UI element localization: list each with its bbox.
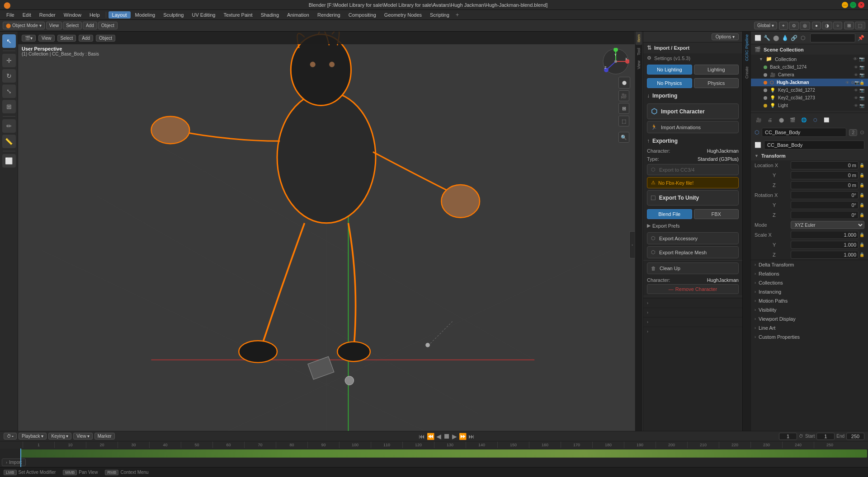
collection-item-light[interactable]: 💡 Light 👁 📷: [751, 102, 868, 109]
visibility-collapsible[interactable]: › Visibility: [751, 305, 868, 314]
light-eye-icon[interactable]: 👁: [854, 103, 858, 108]
material-parameters-row[interactable]: ›: [643, 308, 742, 317]
remove-character-btn[interactable]: — Remove Character: [647, 284, 739, 294]
measure-btn[interactable]: 📏: [2, 135, 16, 148]
collection-root-item[interactable]: ▼ 📁 Collection 👁 📷: [751, 55, 868, 63]
output-props-btn[interactable]: 🖨: [765, 115, 775, 125]
jump-end-btn[interactable]: ⏭: [468, 433, 475, 440]
collection-item-back[interactable]: Back_cc3iid_1274 👁 📷: [751, 63, 868, 71]
menu-tab-compositing[interactable]: Compositing: [345, 11, 380, 19]
location-y-input[interactable]: [791, 171, 859, 179]
physics-btn[interactable]: Physics: [694, 78, 739, 88]
props-search-input[interactable]: [810, 33, 855, 42]
collection-item-key1[interactable]: 💡 Key1_cc3iid_1272 👁 📷: [751, 86, 868, 94]
step-forward-btn[interactable]: ⏩: [459, 433, 467, 440]
jump-start-btn[interactable]: ⏮: [419, 433, 425, 440]
menu-window[interactable]: Window: [60, 11, 85, 19]
importing-header[interactable]: ↓ Importing: [643, 90, 742, 102]
collections-collapsible[interactable]: › Collections: [751, 278, 868, 287]
location-x-input[interactable]: [791, 161, 859, 169]
back-eye-icon[interactable]: 👁: [854, 65, 858, 70]
view-layer-btn[interactable]: ⬤: [776, 115, 786, 125]
tab-view[interactable]: View: [636, 58, 642, 72]
transform-tool-btn[interactable]: ⊞: [2, 100, 16, 113]
menu-tab-texture[interactable]: Texture Paint: [220, 11, 256, 19]
location-z-lock-icon[interactable]: 🔒: [859, 183, 864, 187]
scale-z-lock-icon[interactable]: 🔒: [859, 253, 864, 257]
close-button[interactable]: ✕: [858, 2, 864, 8]
playback-btn[interactable]: Playback▾: [19, 433, 47, 440]
scene-props-btn[interactable]: 🎬: [788, 115, 797, 125]
rotation-x-lock-icon[interactable]: 🔒: [859, 193, 864, 197]
options-button[interactable]: Options ▾: [712, 33, 739, 40]
add-workspace-button[interactable]: +: [456, 11, 459, 18]
minimize-button[interactable]: —: [842, 2, 848, 8]
tab-tool[interactable]: Tool: [636, 45, 642, 58]
viewport-add-menu[interactable]: Add: [79, 35, 93, 42]
modifier-properties-btn[interactable]: 🔧: [764, 33, 771, 43]
custom-properties-collapsible[interactable]: › Custom Properties: [751, 332, 868, 341]
view-overlay-btn[interactable]: ⊞: [618, 103, 629, 114]
toolbar-select-btn[interactable]: Select: [63, 22, 82, 29]
snap-btn[interactable]: ⌖: [779, 22, 788, 30]
view-xray-btn[interactable]: ⬚: [618, 116, 629, 126]
scale-y-input[interactable]: [791, 241, 859, 249]
menu-tab-scripting[interactable]: Scripting: [426, 11, 453, 19]
relations-collapsible[interactable]: › Relations: [751, 269, 868, 278]
stop-btn[interactable]: ⏹: [443, 432, 450, 440]
step-back-btn[interactable]: ⏪: [427, 433, 434, 440]
no-physics-btn[interactable]: No Physics: [647, 78, 692, 88]
rotation-z-lock-icon[interactable]: 🔒: [859, 213, 864, 217]
light-render-icon[interactable]: 📷: [859, 103, 864, 108]
menu-tab-rendering[interactable]: Rendering: [314, 11, 344, 19]
hugh-eye-icon[interactable]: 👁: [845, 80, 849, 85]
menu-tab-geometry-nodes[interactable]: Geometry Nodes: [381, 11, 425, 19]
collection-item-hugh-jackman[interactable]: ⬡ Hugh-Jackman 👁 ⚙📷🔒: [751, 79, 868, 86]
clock-icon[interactable]: ⏱: [799, 434, 803, 439]
character-build-settings-row[interactable]: ›: [643, 298, 742, 308]
menu-tab-uv[interactable]: UV Editing: [188, 11, 219, 19]
keying-btn[interactable]: Keying▾: [48, 433, 72, 440]
camera-render-icon[interactable]: 📷: [859, 73, 864, 77]
back-render-icon[interactable]: 📷: [859, 65, 864, 70]
rotation-y-input[interactable]: [791, 201, 859, 209]
overlays-btn[interactable]: ⊞: [844, 22, 854, 29]
import-character-btn[interactable]: ⬡ Import Character: [647, 103, 739, 119]
scale-y-lock-icon[interactable]: 🔒: [859, 243, 864, 247]
material-props-btn[interactable]: ⬜: [821, 115, 831, 125]
particles-properties-btn[interactable]: ⬤: [773, 33, 780, 43]
toolbar-object-btn[interactable]: Object: [98, 22, 118, 29]
scale-x-lock-icon[interactable]: 🔒: [859, 233, 864, 237]
rotation-z-input[interactable]: [791, 211, 859, 219]
import-animations-btn[interactable]: 🏃 Import Animations: [647, 121, 739, 133]
rigging-animation-row[interactable]: ›: [643, 317, 742, 327]
key2-render-icon[interactable]: 📷: [859, 96, 864, 100]
viewport-shading-btn[interactable]: Global▾: [754, 22, 777, 29]
timeline-view-btn[interactable]: View▾: [73, 433, 93, 440]
rotate-tool-btn[interactable]: ↻: [2, 69, 16, 83]
add-cube-btn[interactable]: ⬜: [2, 154, 16, 168]
key2-eye-icon[interactable]: 👁: [854, 96, 858, 100]
scale-tool-btn[interactable]: ⤡: [2, 84, 16, 98]
marker-btn[interactable]: Marker: [94, 433, 115, 440]
rotation-mode-select[interactable]: XYZ Euler: [791, 221, 864, 229]
toolbar-view-btn[interactable]: View: [46, 22, 62, 29]
export-accessory-btn[interactable]: ⬡ Export Accessory: [647, 232, 739, 244]
viewport-editor-type-btn[interactable]: 🎬▾: [22, 35, 36, 42]
rotation-x-input[interactable]: [791, 191, 859, 199]
play-btn[interactable]: ▶: [452, 433, 457, 440]
collection-render-icon[interactable]: 📷: [859, 56, 864, 61]
timeline-editor-type-btn[interactable]: ⏱▾: [4, 433, 17, 440]
key1-render-icon[interactable]: 📷: [859, 88, 864, 93]
toolbar-mode-dropdown[interactable]: ⬤ Object Mode ▾: [3, 22, 45, 29]
object-properties-btn[interactable]: ⬜: [755, 33, 762, 43]
collection-item-key2[interactable]: 💡 Key2_cc3iid_1273 👁 📷: [751, 94, 868, 102]
menu-tab-sculpting[interactable]: Sculpting: [160, 11, 187, 19]
create-tab[interactable]: Create: [744, 64, 750, 81]
menu-help[interactable]: Help: [86, 11, 104, 19]
instancing-collapsible[interactable]: › Instancing: [751, 287, 868, 296]
import-btn[interactable]: › Import: [2, 458, 26, 466]
end-frame-input[interactable]: [846, 433, 864, 440]
import-export-section-header[interactable]: ⇅ Import / Export: [643, 42, 742, 53]
view-camera-btn[interactable]: 🎥: [618, 90, 629, 101]
